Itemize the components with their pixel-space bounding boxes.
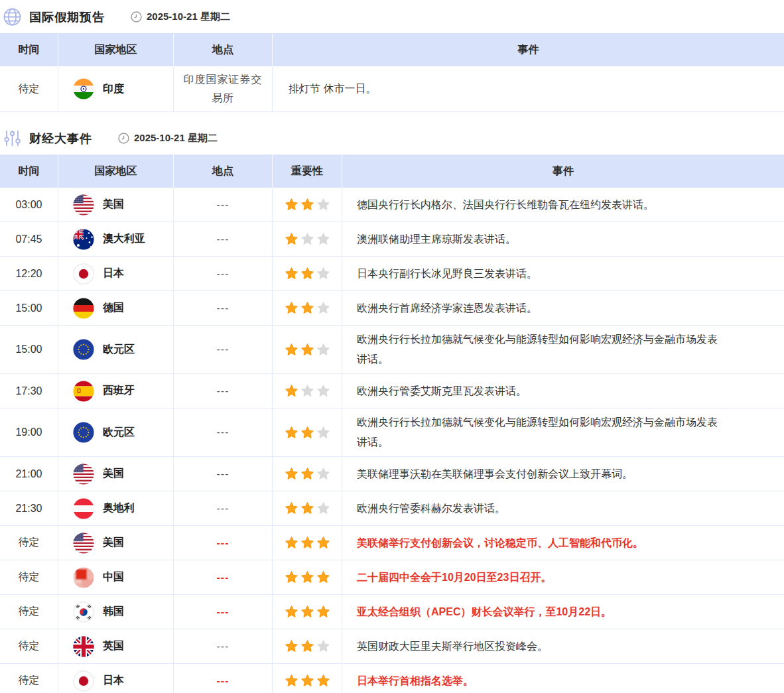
country-name: 美国 — [103, 198, 124, 212]
event-row: 待定韩国---亚太经合组织（APEC）财长会议举行，至10月22日。 — [0, 595, 784, 629]
event-row: 07:45澳大利亚---澳洲联储助理主席琼斯发表讲话。 — [0, 222, 784, 257]
location-cell: --- — [174, 560, 273, 594]
star-filled-icon — [300, 426, 314, 440]
country-cell: 美国 — [58, 188, 174, 221]
event-cell: 英国财政大臣里夫斯举行地区投资峰会。 — [342, 629, 784, 663]
holiday-col-country: 国家地区 — [58, 33, 174, 66]
country-cell: 德国 — [58, 291, 174, 325]
country-cell: 日本 — [58, 257, 174, 290]
star-filled-icon — [285, 198, 298, 212]
clock-icon — [130, 11, 143, 23]
star-filled-icon — [285, 605, 298, 619]
event-cell: 二十届四中全会于10月20日至23日召开。 — [342, 560, 784, 594]
country-name: 英国 — [103, 639, 124, 653]
star-filled-icon — [316, 536, 330, 550]
star-empty-icon — [300, 232, 314, 246]
holiday-table-body: 待定印度印度国家证券交易所排灯节 休市一日。 — [0, 66, 784, 112]
location-cell: --- — [174, 457, 273, 491]
star-filled-icon — [285, 267, 298, 281]
country-name: 美国 — [103, 467, 124, 481]
holiday-section-title: 国际假期预告 2025-10-21 星期二 — [0, 0, 784, 33]
globe-icon — [3, 7, 22, 27]
star-filled-icon — [285, 343, 298, 357]
country-name: 美国 — [103, 536, 124, 550]
star-filled-icon — [285, 536, 298, 550]
event-row: 03:00美国---德国央行行长内格尔、法国央行行长维勒鲁瓦在纽约发表讲话。 — [0, 188, 784, 222]
star-filled-icon — [285, 674, 298, 688]
china-flag-blurred — [73, 567, 94, 588]
country-cell: 欧元区 — [58, 326, 174, 373]
india-flag — [73, 78, 94, 99]
events-col-country: 国家地区 — [58, 155, 174, 188]
country-name: 欧元区 — [103, 426, 135, 440]
event-row: 待定中国---二十届四中全会于10月20日至23日召开。 — [0, 560, 784, 595]
importance-cell — [273, 188, 342, 221]
importance-cell — [273, 526, 342, 560]
events-table-body: 03:00美国---德国央行行长内格尔、法国央行行长维勒鲁瓦在纽约发表讲话。07… — [0, 188, 784, 693]
country-cell: 美国 — [58, 526, 174, 560]
star-filled-icon — [285, 501, 298, 515]
time-cell: 待定 — [0, 66, 58, 111]
country-cell: 美国 — [58, 457, 174, 491]
country-cell: 印度 — [58, 66, 174, 111]
events-col-importance: 重要性 — [273, 155, 342, 188]
location-cell: --- — [174, 595, 273, 629]
star-filled-icon — [300, 639, 314, 653]
star-empty-icon — [316, 426, 330, 440]
location-cell: --- — [174, 374, 273, 408]
event-row: 15:00欧元区---欧洲央行行长拉加德就气候变化与能源转型如何影响宏观经济与金… — [0, 326, 784, 374]
event-row: 待定美国---美联储举行支付创新会议，讨论稳定币、人工智能和代币化。 — [0, 526, 784, 560]
location-cell: --- — [174, 257, 273, 290]
country-cell: 西班牙 — [58, 374, 174, 408]
star-filled-icon — [285, 426, 298, 440]
event-cell: 欧洲央行管委科赫尔发表讲话。 — [342, 491, 784, 525]
location-cell: --- — [174, 526, 273, 560]
star-filled-icon — [300, 343, 314, 357]
event-cell: 欧洲央行管委艾斯克里瓦发表讲话。 — [342, 374, 784, 408]
importance-cell — [273, 222, 342, 256]
star-filled-icon — [285, 232, 298, 246]
country-cell: 日本 — [58, 664, 174, 693]
holiday-title: 国际假期预告 — [29, 9, 105, 25]
importance-cell — [273, 457, 342, 491]
event-row: 21:30奥地利---欧洲央行管委科赫尔发表讲话。 — [0, 491, 784, 526]
event-cell: 亚太经合组织（APEC）财长会议举行，至10月22日。 — [342, 595, 784, 629]
country-name: 中国 — [103, 570, 124, 584]
event-row: 15:00德国---欧洲央行首席经济学家连恩发表讲话。 — [0, 291, 784, 326]
event-row: 19:00欧元区---欧洲央行行长拉加德就气候变化与能源转型如何影响宏观经济与金… — [0, 409, 784, 457]
location-cell: --- — [174, 222, 273, 256]
star-filled-icon — [300, 467, 314, 481]
star-filled-icon — [316, 570, 330, 584]
country-cell: 英国 — [58, 629, 174, 663]
holiday-col-location: 地点 — [174, 33, 273, 66]
event-row: 21:00美国---美联储理事沃勒在美联储理事会支付创新会议上致开幕词。 — [0, 457, 784, 491]
holiday-row: 待定印度印度国家证券交易所排灯节 休市一日。 — [0, 66, 784, 112]
holiday-section: 国际假期预告 2025-10-21 星期二 时间 国家地区 地点 事件 待定印度… — [0, 0, 784, 112]
time-cell: 21:00 — [0, 457, 58, 491]
importance-cell — [273, 409, 342, 456]
star-empty-icon — [316, 501, 330, 515]
location-cell: --- — [174, 409, 273, 456]
location-cell: 印度国家证券交易所 — [174, 66, 273, 111]
time-cell: 21:30 — [0, 491, 58, 525]
country-name: 日本 — [103, 674, 124, 688]
star-filled-icon — [300, 198, 314, 212]
south-korea-flag — [73, 601, 94, 623]
time-cell: 15:00 — [0, 326, 58, 373]
time-cell: 17:30 — [0, 374, 58, 408]
importance-cell — [273, 560, 342, 594]
importance-cell — [273, 595, 342, 629]
country-name: 印度 — [103, 82, 124, 96]
holiday-date-group: 2025-10-21 星期二 — [130, 11, 230, 23]
time-cell: 待定 — [0, 629, 58, 663]
star-filled-icon — [300, 501, 314, 515]
clock-icon — [117, 132, 130, 145]
uk-flag — [73, 636, 94, 657]
importance-cell — [273, 374, 342, 408]
star-empty-icon — [316, 198, 330, 212]
events-date-group: 2025-10-21 星期二 — [117, 132, 218, 145]
australia-flag — [73, 229, 94, 250]
star-empty-icon — [316, 267, 330, 281]
location-cell: --- — [174, 291, 273, 325]
location-cell: --- — [174, 491, 273, 525]
